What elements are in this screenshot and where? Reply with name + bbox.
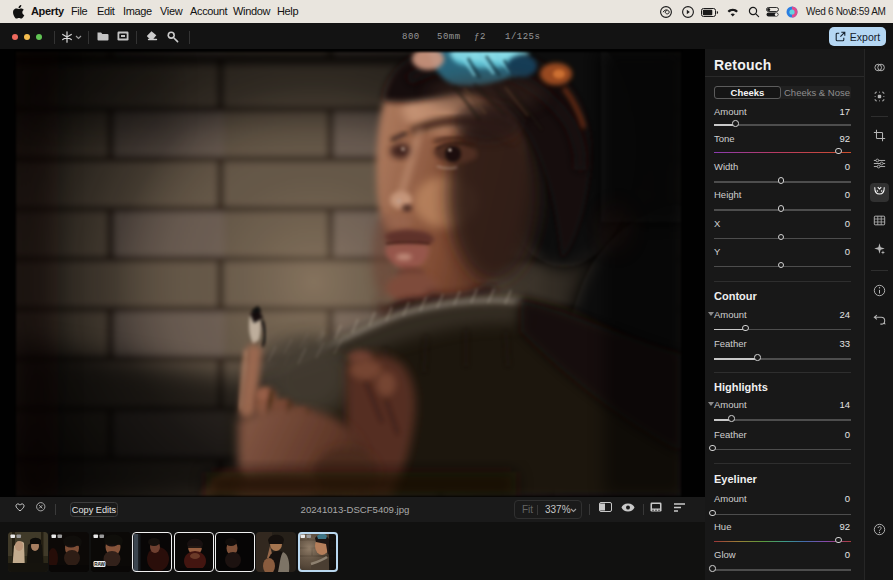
svg-text:RAW: RAW xyxy=(94,561,105,566)
